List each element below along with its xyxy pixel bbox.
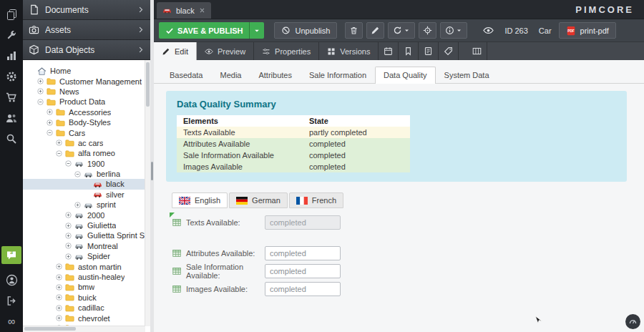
plus-expander-icon[interactable] — [64, 232, 73, 240]
lang-tab-french[interactable]: French — [289, 192, 343, 208]
tree-item-aston-martin[interactable]: aston martin — [23, 261, 150, 271]
minus-expander-icon[interactable] — [64, 160, 73, 167]
scrollbar-thumb[interactable] — [24, 327, 76, 331]
minus-expander-icon[interactable] — [46, 129, 54, 137]
profile-button[interactable] — [0, 270, 23, 290]
content-tab-attributes[interactable]: Attributes — [250, 67, 300, 83]
ribbon-tool-notes-events[interactable] — [419, 42, 439, 60]
scrollbar-thumb[interactable] — [146, 62, 150, 107]
plus-expander-icon[interactable] — [55, 139, 64, 147]
field-input-images-available[interactable] — [265, 282, 341, 296]
accordion-data-objects[interactable]: Data Objects — [23, 40, 150, 60]
plus-expander-icon[interactable] — [55, 273, 64, 281]
minus-expander-icon[interactable] — [74, 170, 82, 178]
tree-vertical-scrollbar[interactable] — [145, 60, 150, 326]
save-publish-button[interactable]: SAVE & PUBLISH — [159, 22, 264, 39]
content-tab-data-quality[interactable]: Data Quality — [375, 67, 436, 84]
field-input-texts-available[interactable] — [265, 215, 341, 230]
lang-tab-german[interactable]: German — [229, 192, 288, 208]
tree-item-ac-cars[interactable]: ac cars — [23, 138, 150, 148]
logout-button[interactable] — [0, 290, 23, 311]
plus-expander-icon[interactable] — [36, 87, 45, 95]
lang-tab-english[interactable]: English — [172, 192, 228, 208]
tree-item-home[interactable]: Home — [23, 66, 150, 76]
tree-item-customer-management[interactable]: Customer Management — [23, 76, 150, 86]
plus-expander-icon[interactable] — [64, 222, 73, 230]
tree-item-sprint[interactable]: sprint — [23, 200, 150, 210]
accordion-assets[interactable]: Assets — [23, 20, 150, 40]
plus-expander-icon[interactable] — [74, 201, 82, 209]
tree-item-product-data[interactable]: Product Data — [23, 97, 150, 107]
rail-button-tools[interactable] — [0, 24, 23, 45]
content-tab-system-data[interactable]: System Data — [436, 67, 498, 83]
tree-item-berlina[interactable]: berlina — [23, 169, 150, 179]
tree-item-chevrolet[interactable]: chevrolet — [23, 313, 150, 323]
reload-button[interactable] — [388, 22, 415, 39]
ribbon-tab-preview[interactable]: Preview — [197, 42, 254, 60]
content-tab-sale-information[interactable]: Sale Information — [301, 67, 375, 83]
rail-button-users[interactable] — [0, 107, 23, 128]
plus-expander-icon[interactable] — [64, 242, 73, 250]
plus-expander-icon[interactable] — [55, 283, 64, 291]
tree-item-body-styles[interactable]: Body-Styles — [23, 117, 150, 127]
ribbon-tool-bookmark[interactable] — [399, 42, 419, 60]
plus-expander-icon[interactable] — [46, 108, 54, 116]
chat-button[interactable]: 3 — [1, 246, 21, 264]
ribbon-tab-properties[interactable]: Properties — [254, 42, 319, 60]
field-input-sale-information-available[interactable] — [265, 264, 341, 278]
tree-item-austin-healey[interactable]: austin-healey — [23, 272, 150, 282]
ribbon-tool-tags[interactable] — [439, 42, 459, 60]
close-icon[interactable] — [199, 7, 205, 14]
rail-button-settings[interactable] — [0, 66, 23, 87]
tree-item-news[interactable]: News — [23, 87, 150, 97]
tree-item-giulietta[interactable]: Giulietta — [23, 220, 150, 230]
tree-item-alfa-romeo[interactable]: alfa romeo — [23, 148, 150, 158]
locate-in-tree-button[interactable] — [419, 22, 436, 39]
tree-item-montreal[interactable]: Montreal — [23, 241, 150, 251]
plus-expander-icon[interactable] — [64, 253, 73, 260]
object-tab-black[interactable]: black — [157, 2, 211, 19]
save-options-caret[interactable] — [249, 22, 264, 39]
tree-item-accessories[interactable]: Accessories — [23, 107, 150, 117]
print-pdf-button[interactable]: PDF print-pdf — [559, 22, 616, 39]
tree-item-gulietta-sprint-specia[interactable]: Gulietta Sprint Specia — [23, 230, 150, 240]
tree-item-2000[interactable]: 2000 — [23, 210, 150, 220]
tree-item-1900[interactable]: 1900 — [23, 159, 150, 169]
save-publish-main[interactable]: SAVE & PUBLISH — [159, 22, 249, 39]
plus-expander-icon[interactable] — [36, 77, 45, 85]
tree-item-cars[interactable]: Cars — [23, 127, 150, 137]
minus-expander-icon[interactable] — [36, 98, 45, 106]
system-status-button[interactable] — [625, 314, 640, 329]
rename-button[interactable] — [366, 22, 384, 39]
delete-button[interactable] — [345, 22, 363, 39]
plus-expander-icon[interactable] — [55, 314, 64, 322]
ribbon-tool-custom-layout[interactable] — [467, 42, 487, 60]
tree-item-cadillac[interactable]: cadillac — [23, 303, 150, 313]
rail-button-documents[interactable] — [0, 4, 23, 24]
minus-expander-icon[interactable] — [55, 150, 64, 157]
tree-item-buick[interactable]: buick — [23, 293, 150, 303]
tree-horizontal-scrollbar[interactable] — [23, 326, 145, 332]
ribbon-tab-edit[interactable]: Edit — [154, 42, 197, 60]
rail-button-ecommerce[interactable] — [0, 87, 23, 107]
info-button[interactable] — [440, 22, 467, 39]
tree-item-silver[interactable]: silver — [23, 190, 150, 200]
content-tab-basedata[interactable]: Basedata — [161, 67, 211, 83]
tree-item-bmw[interactable]: bmw — [23, 282, 150, 292]
rail-button-reports[interactable] — [0, 45, 23, 66]
rail-button-search[interactable] — [0, 128, 23, 149]
accordion-documents[interactable]: Documents — [23, 0, 150, 20]
content-tab-media[interactable]: Media — [211, 67, 250, 83]
plus-expander-icon[interactable] — [55, 304, 64, 312]
plus-expander-icon[interactable] — [64, 211, 73, 219]
ribbon-tab-versions[interactable]: Versions — [319, 42, 379, 60]
preview-eye-button[interactable] — [479, 22, 497, 39]
plus-expander-icon[interactable] — [55, 293, 64, 301]
field-input-attributes-available[interactable] — [265, 246, 341, 260]
tree-item-black[interactable]: black — [23, 179, 150, 189]
ribbon-tool-schedule[interactable] — [379, 42, 399, 60]
plus-expander-icon[interactable] — [46, 119, 54, 127]
unpublish-button[interactable]: Unpublish — [274, 22, 337, 39]
plus-expander-icon[interactable] — [55, 263, 64, 270]
tree-item-spider[interactable]: Spider — [23, 251, 150, 261]
